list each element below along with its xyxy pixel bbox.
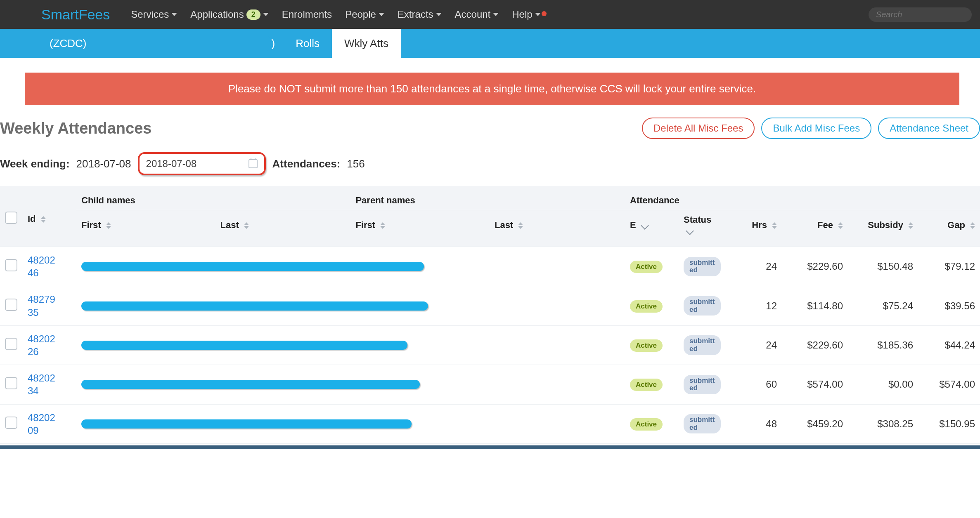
- nav-people-label: People: [345, 9, 376, 20]
- attendances-label: Attendances:: [272, 158, 341, 170]
- sort-icon: [380, 222, 385, 229]
- cell-hrs: 60: [736, 365, 782, 404]
- col-label: Subsidy: [868, 220, 903, 230]
- row-checkbox[interactable]: [5, 338, 17, 350]
- table-row: 48279 35 Active submitted 12 $114.80 $75…: [0, 286, 980, 325]
- row-id-link[interactable]: 48202 09: [28, 411, 71, 437]
- search-input[interactable]: [876, 10, 980, 19]
- caret-down-icon: [171, 13, 177, 16]
- redacted-names: [81, 419, 412, 429]
- col-label: Last: [220, 220, 239, 230]
- id-part2: 35: [28, 306, 71, 319]
- nav-people[interactable]: People: [339, 9, 391, 20]
- delete-all-misc-fees-button[interactable]: Delete All Misc Fees: [642, 118, 755, 139]
- nav-extracts[interactable]: Extracts: [391, 9, 448, 20]
- row-id-link[interactable]: 48202 26: [28, 332, 71, 358]
- service-paren-close: ): [272, 37, 275, 50]
- search-box[interactable]: [869, 7, 972, 22]
- sort-icon: [106, 222, 111, 229]
- submission-status-badge: submitted: [684, 335, 721, 355]
- col-subsidy[interactable]: Subsidy: [848, 210, 918, 247]
- caret-down-icon: [379, 13, 384, 16]
- col-group-parent: Parent names: [350, 186, 625, 210]
- cell-hrs: 24: [736, 325, 782, 365]
- col-label: Gap: [947, 220, 965, 230]
- table-row: 48202 34 Active submitted 60 $574.00 $0.…: [0, 365, 980, 404]
- id-part1: 48202: [28, 332, 71, 345]
- col-gap[interactable]: Gap: [918, 210, 980, 247]
- sort-icon: [908, 222, 913, 229]
- nav-applications-label: Applications: [190, 9, 244, 20]
- id-part1: 48202: [28, 372, 71, 384]
- nav-enrolments[interactable]: Enrolments: [275, 9, 339, 20]
- col-label: Last: [495, 220, 513, 230]
- nav-extracts-label: Extracts: [398, 9, 433, 20]
- col-label: First: [355, 220, 375, 230]
- redacted-service-name: [88, 36, 270, 51]
- cell-subsidy: $75.24: [848, 286, 918, 325]
- chevron-down-icon: [686, 227, 694, 235]
- col-id[interactable]: Id: [23, 186, 76, 247]
- week-ending-display: 2018-07-08: [76, 158, 131, 170]
- col-parent-last[interactable]: Last: [490, 210, 625, 247]
- notification-dot-icon: [542, 11, 547, 16]
- enrolment-status-badge: Active: [630, 339, 663, 352]
- sort-icon: [518, 222, 523, 229]
- brand-logo[interactable]: SmartFees: [41, 7, 110, 23]
- cell-fee: $459.20: [782, 404, 848, 443]
- datepicker-value: 2018-07-08: [146, 158, 197, 170]
- col-e[interactable]: E: [625, 210, 679, 247]
- sub-nav: (ZCDC) ) Rolls Wkly Atts: [0, 29, 980, 58]
- col-label: Status: [684, 214, 711, 225]
- footer-bar: [0, 445, 980, 449]
- attendances-table: Id Child names Parent names Attendance F…: [0, 186, 980, 444]
- nav-services-label: Services: [131, 9, 169, 20]
- select-all-checkbox[interactable]: [5, 212, 17, 224]
- col-child-first[interactable]: First: [76, 210, 215, 247]
- week-filter-row: Week ending: 2018-07-08 2018-07-08 Atten…: [0, 147, 980, 186]
- col-id-label: Id: [28, 214, 36, 224]
- redacted-names: [81, 380, 420, 389]
- row-checkbox[interactable]: [5, 299, 17, 311]
- service-selector[interactable]: (ZCDC) ): [50, 29, 283, 58]
- id-part1: 48202: [28, 411, 71, 424]
- enrolment-status-badge: Active: [630, 379, 663, 391]
- cell-subsidy: $150.48: [848, 247, 918, 286]
- warning-banner: Please do NOT submit more than 150 atten…: [25, 73, 959, 105]
- col-status[interactable]: Status: [679, 210, 736, 247]
- row-id-link[interactable]: 48279 35: [28, 293, 71, 318]
- id-part2: 09: [28, 424, 71, 437]
- row-id-link[interactable]: 48202 34: [28, 372, 71, 397]
- tab-wkly-atts[interactable]: Wkly Atts: [332, 29, 401, 58]
- row-checkbox[interactable]: [5, 417, 17, 429]
- sort-icon: [41, 216, 46, 223]
- calendar-icon: [249, 159, 258, 168]
- col-child-last[interactable]: Last: [215, 210, 351, 247]
- cell-fee: $229.60: [782, 247, 848, 286]
- week-ending-datepicker[interactable]: 2018-07-08: [138, 152, 266, 175]
- col-fee[interactable]: Fee: [782, 210, 848, 247]
- row-checkbox[interactable]: [5, 259, 17, 271]
- tab-rolls[interactable]: Rolls: [283, 29, 332, 58]
- row-checkbox[interactable]: [5, 377, 17, 389]
- page-header: Weekly Attendances Delete All Misc Fees …: [0, 118, 980, 147]
- nav-applications[interactable]: Applications 2: [184, 9, 275, 20]
- cell-gap: $574.00: [918, 365, 980, 404]
- cell-subsidy: $185.36: [848, 325, 918, 365]
- page-title: Weekly Attendances: [0, 120, 635, 137]
- redacted-names: [81, 341, 407, 350]
- cell-hrs: 12: [736, 286, 782, 325]
- col-parent-first[interactable]: First: [350, 210, 490, 247]
- nav-services[interactable]: Services: [124, 9, 184, 20]
- row-id-link[interactable]: 48202 46: [28, 254, 71, 279]
- col-hrs[interactable]: Hrs: [736, 210, 782, 247]
- attendances-count: 156: [347, 158, 365, 170]
- nav-account[interactable]: Account: [448, 9, 506, 20]
- nav-help[interactable]: Help: [505, 9, 547, 20]
- chevron-down-icon: [641, 221, 649, 230]
- table-row: 48202 09 Active submitted 48 $459.20 $30…: [0, 404, 980, 443]
- attendance-sheet-button[interactable]: Attendance Sheet: [878, 118, 980, 139]
- cell-subsidy: $308.25: [848, 404, 918, 443]
- bulk-add-misc-fees-button[interactable]: Bulk Add Misc Fees: [761, 118, 871, 139]
- id-part1: 48202: [28, 254, 71, 266]
